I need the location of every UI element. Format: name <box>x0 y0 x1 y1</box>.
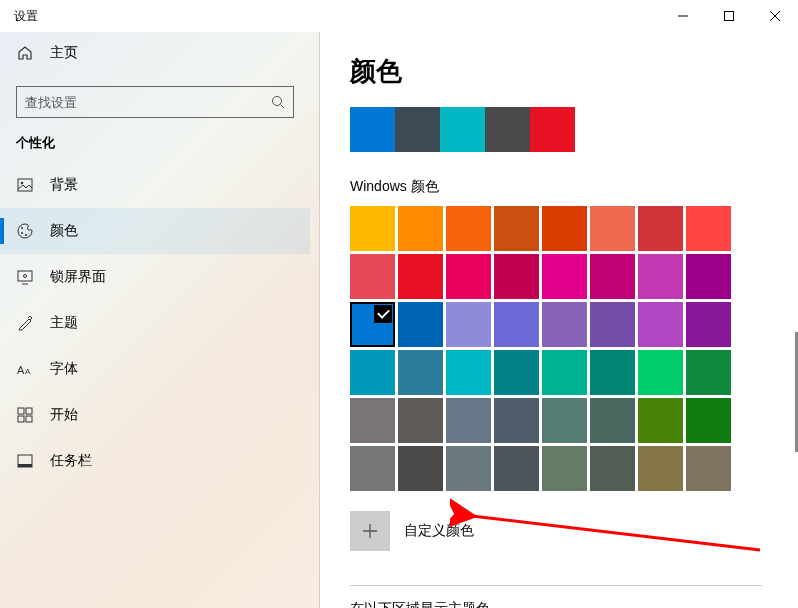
color-swatch[interactable] <box>542 350 587 395</box>
section-label: 个性化 <box>16 134 294 152</box>
lock-screen-icon <box>16 268 34 286</box>
svg-rect-16 <box>18 464 32 467</box>
color-swatch[interactable] <box>398 206 443 251</box>
color-swatch[interactable] <box>638 398 683 443</box>
svg-point-8 <box>24 275 27 278</box>
search-box[interactable] <box>16 86 294 118</box>
home-label: 主页 <box>50 44 78 62</box>
color-swatch[interactable] <box>542 446 587 491</box>
recent-color-swatch[interactable] <box>485 107 530 152</box>
recent-color-swatch[interactable] <box>530 107 575 152</box>
color-swatch[interactable] <box>446 350 491 395</box>
color-swatch[interactable] <box>638 302 683 347</box>
color-swatch[interactable] <box>590 446 635 491</box>
font-icon: AA <box>16 360 34 378</box>
taskbar-icon <box>16 452 34 470</box>
svg-point-5 <box>21 232 23 234</box>
sidebar-item-label: 背景 <box>50 176 78 194</box>
color-swatch[interactable] <box>638 254 683 299</box>
color-swatch[interactable] <box>542 398 587 443</box>
color-swatch[interactable] <box>398 350 443 395</box>
svg-point-3 <box>21 182 24 185</box>
svg-rect-0 <box>725 12 734 21</box>
color-swatch[interactable] <box>686 302 731 347</box>
color-swatch[interactable] <box>590 206 635 251</box>
svg-rect-11 <box>18 408 24 414</box>
sidebar-item-label: 开始 <box>50 406 78 424</box>
recent-color-swatch[interactable] <box>440 107 485 152</box>
color-swatch[interactable] <box>686 398 731 443</box>
color-swatch[interactable] <box>494 206 539 251</box>
sidebar-item-3[interactable]: 主题 <box>0 300 310 346</box>
color-swatch[interactable] <box>350 446 395 491</box>
palette-icon <box>16 222 34 240</box>
color-swatch[interactable] <box>686 446 731 491</box>
search-input[interactable] <box>25 95 271 110</box>
home-icon <box>16 44 34 62</box>
color-swatch[interactable] <box>494 446 539 491</box>
color-swatch[interactable] <box>494 254 539 299</box>
sidebar-item-4[interactable]: AA字体 <box>0 346 310 392</box>
color-swatch[interactable] <box>446 446 491 491</box>
color-swatch[interactable] <box>638 446 683 491</box>
svg-rect-2 <box>18 179 32 191</box>
color-swatch[interactable] <box>686 350 731 395</box>
color-swatch[interactable] <box>398 398 443 443</box>
sidebar-item-1[interactable]: 颜色 <box>0 208 310 254</box>
color-swatch[interactable] <box>494 302 539 347</box>
svg-point-1 <box>273 97 282 106</box>
color-swatch[interactable] <box>590 350 635 395</box>
color-swatch[interactable] <box>590 302 635 347</box>
recent-colors <box>350 107 762 152</box>
sidebar-item-0[interactable]: 背景 <box>0 162 310 208</box>
color-swatch[interactable] <box>542 206 587 251</box>
sidebar-item-label: 任务栏 <box>50 452 92 470</box>
color-swatch[interactable] <box>350 398 395 443</box>
sidebar-item-label: 锁屏界面 <box>50 268 106 286</box>
color-swatch[interactable] <box>590 254 635 299</box>
custom-color-button[interactable] <box>350 511 390 551</box>
color-swatch[interactable] <box>686 206 731 251</box>
color-swatch[interactable] <box>686 254 731 299</box>
color-swatch[interactable] <box>350 206 395 251</box>
color-swatch[interactable] <box>494 350 539 395</box>
color-swatch[interactable] <box>398 254 443 299</box>
minimize-button[interactable] <box>660 0 706 32</box>
svg-rect-12 <box>26 408 32 414</box>
color-swatch[interactable] <box>638 206 683 251</box>
sidebar-item-6[interactable]: 任务栏 <box>0 438 310 484</box>
sidebar: 主页 个性化 背景颜色锁屏界面主题AA字体开始任务栏 <box>0 32 320 608</box>
content-area: 颜色 Windows 颜色 自定义颜色 在以下区域显示主题色 <box>320 32 798 608</box>
color-swatch[interactable] <box>638 350 683 395</box>
color-swatch[interactable] <box>350 302 395 347</box>
color-swatch[interactable] <box>494 398 539 443</box>
svg-point-4 <box>21 227 23 229</box>
color-swatch[interactable] <box>350 350 395 395</box>
color-swatch[interactable] <box>446 302 491 347</box>
sidebar-item-5[interactable]: 开始 <box>0 392 310 438</box>
search-icon <box>271 95 285 109</box>
color-swatch[interactable] <box>398 302 443 347</box>
recent-color-swatch[interactable] <box>395 107 440 152</box>
color-swatch[interactable] <box>446 398 491 443</box>
home-nav[interactable]: 主页 <box>0 32 310 74</box>
sidebar-item-label: 字体 <box>50 360 78 378</box>
color-swatch[interactable] <box>590 398 635 443</box>
svg-rect-14 <box>26 416 32 422</box>
color-swatch[interactable] <box>446 254 491 299</box>
close-button[interactable] <box>752 0 798 32</box>
svg-point-6 <box>25 234 27 236</box>
sidebar-item-2[interactable]: 锁屏界面 <box>0 254 310 300</box>
recent-color-swatch[interactable] <box>350 107 395 152</box>
color-swatch[interactable] <box>350 254 395 299</box>
color-swatch[interactable] <box>398 446 443 491</box>
maximize-button[interactable] <box>706 0 752 32</box>
color-swatch[interactable] <box>542 302 587 347</box>
svg-rect-13 <box>18 416 24 422</box>
color-swatch[interactable] <box>542 254 587 299</box>
window-controls <box>660 0 798 32</box>
footer-label: 在以下区域显示主题色 <box>350 600 762 608</box>
color-swatch[interactable] <box>446 206 491 251</box>
window-title: 设置 <box>14 8 38 25</box>
svg-rect-7 <box>18 271 32 281</box>
